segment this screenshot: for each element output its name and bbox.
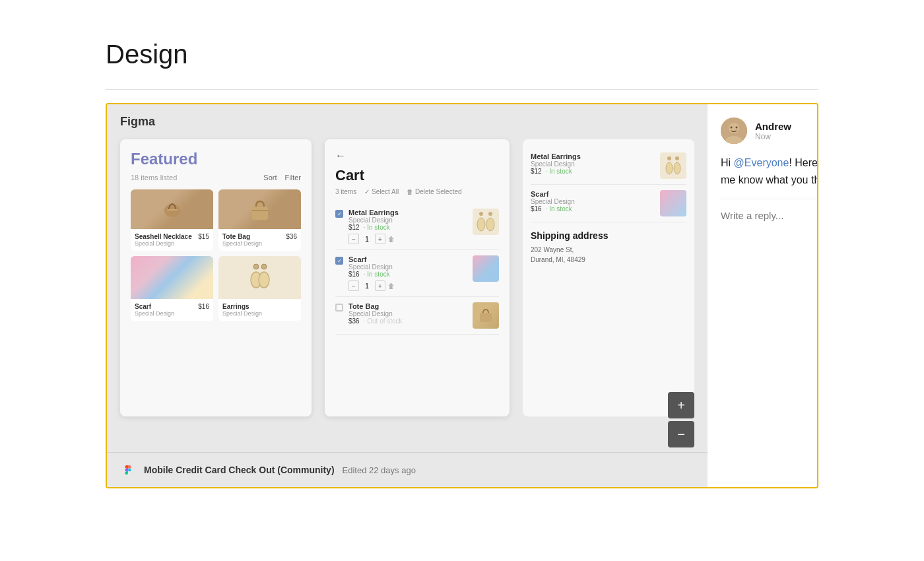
cart-item-price: $16 (348, 271, 360, 278)
increase-qty-btn[interactable]: + (375, 234, 385, 244)
product-sub: Special Design (222, 240, 297, 247)
cart-item-name: Tote Bag (348, 302, 467, 310)
product-thumbnail (131, 189, 213, 229)
stock-status: · In stock (546, 205, 572, 213)
product-name: Tote Bag (222, 233, 250, 240)
svg-point-15 (675, 156, 679, 160)
delete-item-btn[interactable]: 🗑 (388, 282, 395, 290)
product-sub: Special Design (135, 240, 209, 247)
cart-item-info: Metal Earrings Special Design $12 · In s… (348, 209, 467, 244)
cart-item-thumbnail (473, 255, 499, 282)
select-all-btn[interactable]: ✓ Select All (364, 188, 399, 195)
cart-title: Cart (335, 167, 499, 184)
overflow-item-name: Metal Earrings (531, 152, 655, 160)
overflow-item-info: Metal Earrings Special Design $12 · In s… (531, 152, 655, 175)
cart-item-thumbnail (473, 209, 499, 235)
items-count-label: 18 items listed (131, 174, 177, 182)
overflow-item: Metal Earrings Special Design $12 · In s… (531, 147, 686, 185)
zoom-out-btn[interactable]: − (668, 421, 694, 447)
figma-logo-icon (120, 462, 136, 478)
product-thumbnail (218, 189, 301, 229)
cart-item-price: $12 (348, 224, 360, 231)
list-item[interactable]: Seashell Necklace $15 Special Design (131, 189, 213, 251)
main-card: Figma Featured 18 items listed Sort Filt… (106, 103, 818, 488)
overflow-thumbnail (660, 152, 686, 179)
comment-header: Andrew Now RESOLVE ⋮ (721, 117, 818, 144)
product-name: Scarf (135, 303, 151, 310)
product-sub: Special Design (222, 310, 297, 317)
cart-meta: 3 items ✓ Select All 🗑 Delete Selected (335, 188, 499, 195)
product-grid: Seashell Necklace $15 Special Design (131, 189, 301, 321)
comment-time: Now (755, 132, 818, 141)
svg-rect-12 (480, 313, 492, 322)
svg-point-8 (479, 212, 483, 216)
delete-item-btn[interactable]: 🗑 (388, 236, 395, 243)
quantity-value: 1 (362, 282, 372, 290)
figma-content: Featured 18 items listed Sort Filter (107, 139, 708, 416)
comment-body: Hi @Everyone! Here's the prototype, let … (721, 154, 818, 188)
product-info: Seashell Necklace $15 Special Design (131, 229, 213, 251)
product-price: $36 (286, 233, 297, 240)
svg-point-14 (666, 162, 673, 174)
cart-checkbox[interactable]: ✓ (335, 210, 343, 218)
avatar (721, 117, 747, 144)
featured-screen: Featured 18 items listed Sort Filter (120, 139, 312, 416)
list-item[interactable]: Tote Bag $36 Special Design (218, 189, 301, 251)
quantity-value: 1 (362, 236, 372, 243)
overflow-item-sub: Special Design (531, 198, 655, 205)
increase-qty-btn[interactable]: + (375, 280, 385, 291)
list-item[interactable]: Scarf $16 Special Design (131, 256, 213, 321)
comment-user-info: Andrew Now (755, 121, 818, 141)
cart-item-sub: Special Design (348, 216, 467, 224)
comment-mention[interactable]: @Everyone (734, 157, 789, 168)
product-thumbnail (218, 256, 301, 299)
svg-point-21 (736, 127, 738, 129)
overflow-item-info: Scarf Special Design $16 · In stock (531, 190, 655, 213)
svg-point-13 (667, 156, 671, 160)
decrease-qty-btn[interactable]: − (348, 234, 359, 244)
stock-status: · Out of stock (364, 317, 403, 325)
back-arrow[interactable]: ← (335, 150, 499, 162)
cart-item-sub: Special Design (348, 263, 467, 271)
cart-item-name: Metal Earrings (348, 209, 467, 216)
reply-input[interactable] (721, 210, 818, 221)
cart-item-sub: Special Design (348, 310, 467, 317)
product-sub: Special Design (135, 310, 209, 317)
overflow-item-name: Scarf (531, 190, 655, 198)
delete-selected-btn[interactable]: 🗑 Delete Selected (407, 188, 461, 195)
stock-status: · In stock (364, 224, 390, 231)
cart-item-info: Scarf Special Design $16 · In stock − 1 … (348, 255, 467, 291)
zoom-in-btn[interactable]: + (668, 392, 694, 418)
filter-sort: Sort Filter (263, 174, 301, 182)
product-info: Tote Bag $36 Special Design (218, 229, 301, 251)
zoom-controls: + − (668, 392, 694, 447)
svg-point-10 (488, 212, 492, 216)
overflow-item-sub: Special Design (531, 160, 655, 168)
sort-label[interactable]: Sort (263, 174, 277, 182)
cart-item-price: $36 (348, 317, 360, 325)
cart-checkbox[interactable]: ✓ (335, 257, 343, 265)
cart-items-count: 3 items (335, 188, 356, 195)
figma-panel: Figma Featured 18 items listed Sort Filt… (107, 104, 708, 487)
svg-point-6 (261, 264, 267, 269)
overflow-price: $12 (531, 168, 542, 175)
filter-label[interactable]: Filter (285, 174, 301, 182)
cart-item: ✓ Metal Earrings Special Design $12 · In… (335, 203, 499, 250)
decrease-qty-btn[interactable]: − (348, 280, 359, 291)
shipping-section: Shipping address 202 Wayne St, Durand, M… (531, 230, 686, 265)
items-count: 18 items listed Sort Filter (131, 174, 301, 182)
svg-point-16 (674, 162, 680, 174)
product-price: $15 (198, 233, 209, 240)
product-thumbnail (131, 256, 213, 299)
cart-screen: ← Cart 3 items ✓ Select All 🗑 Delete Sel… (325, 139, 510, 416)
svg-point-4 (253, 264, 259, 269)
cart-item-name: Scarf (348, 255, 467, 263)
list-item[interactable]: Earrings Special Design (218, 256, 301, 321)
avatar-face (721, 117, 747, 144)
overflow-thumbnail (660, 190, 686, 216)
svg-point-20 (731, 127, 733, 129)
cart-item: ✓ Scarf Special Design $16 · In stock − (335, 250, 499, 297)
cart-checkbox[interactable] (335, 304, 343, 312)
overflow-item: Scarf Special Design $16 · In stock (531, 185, 686, 222)
shipping-address: 202 Wayne St, Durand, MI, 48429 (531, 245, 686, 265)
